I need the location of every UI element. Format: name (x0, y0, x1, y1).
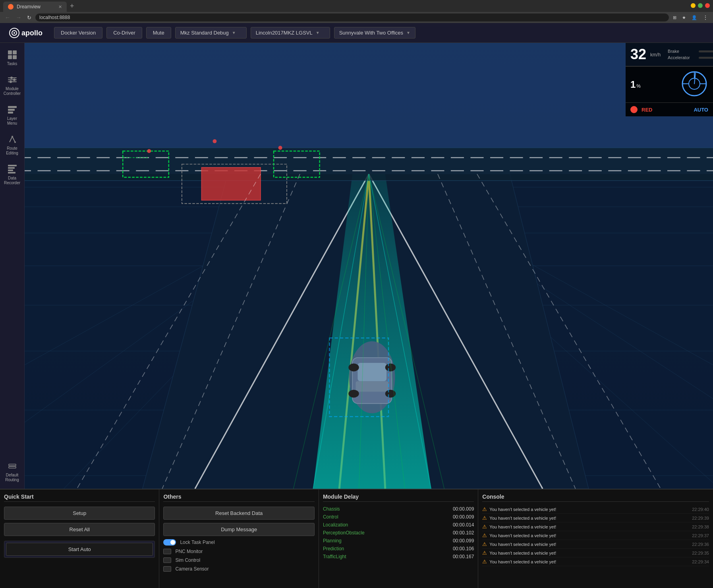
browser-tab[interactable]: Dreamview ✕ (3, 2, 67, 12)
hud-overlay: 32 km/h Brake 0% (626, 43, 713, 116)
svg-point-5 (14, 141, 16, 143)
apollo-logo: apollo (8, 27, 44, 39)
pnc-monitor-label: PNC Monitor (175, 549, 203, 554)
module-row: Chassis00:00.009 (323, 505, 474, 513)
vehicle-mode-select[interactable]: Mkz Standard Debug ▼ (175, 27, 247, 39)
menu-button[interactable]: ⋮ (701, 13, 710, 21)
console-row: ⚠You haven't selected a vehicle yet!22:2… (482, 531, 709, 540)
map-select[interactable]: Sunnyvale With Two Offices ▼ (334, 27, 415, 39)
lock-task-panel-toggle[interactable] (163, 539, 176, 546)
default-routing-icon (7, 461, 18, 472)
sidebar-default-routing-label: Default Routing (3, 473, 22, 482)
module-row: Localization00:00.014 (323, 521, 474, 529)
map-arrow: ▼ (406, 31, 410, 35)
layer-menu-icon (7, 104, 18, 115)
vehicle-mode-arrow: ▼ (232, 31, 236, 35)
sim-control-label: Sim Control (175, 557, 200, 563)
sidebar-module-label: ModuleController (4, 87, 21, 96)
console-row: ⚠You haven't selected a vehicle yet!22:2… (482, 514, 709, 522)
close-button[interactable] (705, 3, 710, 8)
svg-rect-7 (9, 467, 16, 468)
camera-sensor-checkbox[interactable] (163, 566, 171, 572)
module-row: Control00:00.009 (323, 513, 474, 521)
module-row: TrafficLight00:00.167 (323, 553, 474, 561)
setup-button[interactable]: Setup (4, 507, 155, 520)
sidebar-data-label: DataRecorder (4, 176, 20, 185)
sim-control-row: Sim Control (163, 556, 314, 565)
minimize-button[interactable] (691, 3, 696, 8)
co-driver-button[interactable]: Co-Driver (106, 27, 142, 39)
sim-control-checkbox[interactable] (163, 557, 171, 563)
signal-label: RED (642, 107, 652, 113)
sidebar-layer-label: LayerMenu (7, 116, 17, 126)
svg-point-58 (278, 146, 282, 150)
maximize-button[interactable] (698, 3, 703, 8)
pnc-monitor-row: PNC Monitor (163, 547, 314, 556)
address-bar[interactable] (35, 13, 669, 21)
mute-button[interactable]: Mute (146, 27, 171, 39)
speed-value: 32 (630, 46, 646, 63)
svg-point-2 (14, 32, 15, 34)
sidebar-item-data-recorder[interactable]: DataRecorder (1, 160, 23, 189)
lock-task-panel-row: Lock Task Panel (163, 538, 314, 547)
others-panel: Others Reset Backend Data Dump Message L… (159, 490, 319, 588)
signal-panel: RED AUTO (626, 102, 713, 116)
module-row: Prediction00:00.106 (323, 545, 474, 553)
sidebar-item-tasks[interactable]: Tasks (1, 46, 23, 69)
apollo-logo-svg: apollo (8, 27, 44, 39)
sidebar-item-default-routing[interactable]: Default Routing (1, 457, 23, 486)
svg-point-4 (12, 136, 13, 137)
pnc-monitor-checkbox[interactable] (163, 549, 171, 554)
camera-sensor-label: Camera Sensor (175, 566, 209, 572)
sidebar-route-label: Route Editing (3, 146, 22, 156)
steering-display: 1 % (630, 79, 641, 90)
window-controls (691, 3, 710, 8)
route-editing-icon (7, 134, 18, 145)
steering-panel: 1 % (626, 66, 713, 102)
simulation-view (25, 43, 713, 489)
console-panel: Console ⚠You haven't selected a vehicle … (478, 490, 713, 588)
reset-all-button[interactable]: Reset All (4, 523, 155, 536)
dump-message-button[interactable]: Dump Message (163, 523, 314, 536)
svg-point-57 (213, 139, 216, 143)
forward-button[interactable]: → (14, 13, 23, 21)
refresh-button[interactable]: ↻ (25, 14, 33, 21)
steering-wheel (680, 70, 708, 99)
sidebar-item-module-controller[interactable]: ModuleController (1, 71, 23, 99)
tasks-icon (7, 49, 18, 60)
svg-point-49 (348, 390, 359, 398)
svg-point-56 (147, 149, 151, 153)
sidebar-item-route-editing[interactable]: Route Editing (1, 131, 23, 159)
quick-start-panel: Quick Start Setup Reset All Start Auto (0, 490, 159, 588)
console-row: ⚠You haven't selected a vehicle yet!22:2… (482, 522, 709, 531)
sidebar-tasks-label: Tasks (7, 62, 17, 66)
console-row: ⚠You haven't selected a vehicle yet!22:2… (482, 540, 709, 549)
speed-unit: km/h (650, 51, 661, 58)
sidebar-item-layer-menu[interactable]: LayerMenu (1, 101, 23, 129)
extensions-button[interactable]: ⊞ (671, 14, 678, 21)
reset-backend-button[interactable]: Reset Backend Data (163, 507, 314, 520)
svg-rect-46 (356, 381, 388, 391)
profile-button[interactable]: 👤 (690, 14, 699, 21)
camera-sensor-row: Camera Sensor (163, 565, 314, 573)
brake-bar (699, 50, 713, 52)
back-button[interactable]: ← (3, 13, 12, 21)
bookmarks-button[interactable]: ★ (680, 14, 688, 21)
others-title: Others (163, 494, 314, 502)
console-title: Console (482, 494, 709, 502)
auto-button[interactable]: AUTO (694, 107, 708, 113)
lock-task-panel-label: Lock Task Panel (180, 540, 214, 545)
close-tab-icon[interactable]: ✕ (58, 4, 62, 10)
module-delay-title: Module Delay (323, 494, 474, 502)
console-row: ⚠You haven't selected a vehicle yet!22:2… (482, 557, 709, 566)
start-auto-button[interactable]: Start Auto (6, 543, 153, 556)
new-tab-button[interactable]: + (67, 2, 77, 10)
vehicle-model-arrow: ▼ (316, 31, 320, 35)
accelerator-label: Accelerator (668, 55, 696, 60)
module-controller-icon (7, 74, 18, 85)
speed-panel: 32 km/h Brake 0% (626, 43, 713, 66)
module-row: Planning00:00.099 (323, 537, 474, 545)
console-row: ⚠You haven't selected a vehicle yet!22:2… (482, 505, 709, 514)
docker-version-button[interactable]: Docker Version (54, 27, 102, 39)
vehicle-model-select[interactable]: Lincoln2017MKZ LGSVL ▼ (251, 27, 330, 39)
